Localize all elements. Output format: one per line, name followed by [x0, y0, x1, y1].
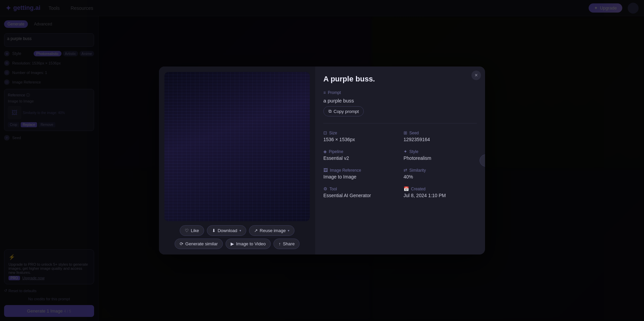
similarity-value: 40%	[404, 174, 477, 180]
pipeline-label: ◈ Pipeline	[323, 149, 397, 154]
modal-actions: ♡ Like ⬇ Download ▾ ↗ Reuse image ▾ ⟳ Ge…	[164, 225, 310, 249]
size-icon: ⊡	[323, 130, 327, 135]
image-reference-item: 🖼 Image Reference Image to Image	[323, 168, 397, 180]
created-label: 📅 Created	[404, 186, 477, 191]
generate-similar-button[interactable]: ⟳ Generate similar	[175, 239, 223, 249]
share-icon: ↑	[279, 241, 281, 246]
video-icon: ▶	[231, 241, 234, 246]
pipeline-item: ◈ Pipeline Essential v2	[323, 149, 397, 161]
size-item: ⊡ Size 1536 × 1536px	[323, 130, 397, 142]
modal-overlay: ×	[0, 0, 644, 321]
info-grid: ⊡ Size 1536 × 1536px ⊞ Seed 1292359164	[323, 130, 477, 198]
download-icon: ⬇	[212, 228, 216, 233]
download-chevron: ▾	[239, 229, 241, 232]
size-label: ⊡ Size	[323, 130, 397, 135]
style-label-info: ✦ Style	[404, 149, 477, 154]
reuse-chevron: ▾	[288, 229, 289, 232]
download-button[interactable]: ⬇ Download ▾	[207, 225, 246, 236]
similarity-item: ⇄ Similarity 40%	[404, 168, 477, 180]
modal-image-section: ♡ Like ⬇ Download ▾ ↗ Reuse image ▾ ⟳ Ge…	[159, 67, 315, 254]
divider-1	[323, 123, 477, 124]
tool-label: ⚙ Tool	[323, 186, 397, 191]
modal-close-button[interactable]: ×	[471, 71, 481, 80]
reuse-image-button[interactable]: ↗ Reuse image ▾	[249, 225, 295, 236]
pipeline-icon: ◈	[323, 149, 327, 154]
modal-info-section: A purple buss. ≡ Prompt a purple buss ⧉ …	[315, 67, 485, 254]
tool-item: ⚙ Tool Essential AI Generator	[323, 186, 397, 198]
similarity-label: ⇄ Similarity	[404, 168, 477, 173]
image-detail-modal: ×	[159, 67, 485, 254]
generate-similar-icon: ⟳	[180, 241, 183, 246]
calendar-icon: 📅	[404, 186, 409, 191]
reuse-icon: ↗	[254, 228, 258, 233]
modal-title: A purple buss.	[323, 75, 477, 83]
share-button[interactable]: ↑ Share	[273, 239, 300, 249]
keyboard-bg	[164, 72, 310, 221]
pipeline-value: Essential v2	[323, 155, 397, 161]
prompt-section: ≡ Prompt a purple buss ⧉ Copy prompt	[323, 90, 477, 116]
created-item: 📅 Created Jul 8, 2024 1:10 PM	[404, 186, 477, 198]
prompt-text: a purple buss	[323, 98, 477, 103]
size-value: 1536 × 1536px	[323, 137, 397, 142]
seed-icon: ⊞	[404, 130, 407, 135]
tool-icon: ⚙	[323, 186, 327, 191]
style-value: Photorealism	[404, 155, 477, 161]
style-icon-info: ✦	[404, 149, 407, 154]
prompt-label: ≡ Prompt	[323, 90, 477, 95]
prompt-icon: ≡	[323, 90, 326, 95]
seed-value: 1292359164	[404, 137, 477, 142]
image-reference-value: Image to Image	[323, 174, 397, 180]
like-button[interactable]: ♡ Like	[180, 225, 204, 236]
image-reference-icon: 🖼	[323, 168, 328, 173]
seed-item: ⊞ Seed 1292359164	[404, 130, 477, 142]
style-item: ✦ Style Photorealism	[404, 149, 477, 161]
bus-image	[164, 72, 310, 221]
image-reference-label: 🖼 Image Reference	[323, 168, 397, 173]
image-to-video-button[interactable]: ▶ Image to Video	[226, 239, 271, 249]
modal-image-container	[164, 72, 310, 221]
seed-label: ⊞ Seed	[404, 130, 477, 135]
like-icon: ♡	[185, 228, 189, 233]
similarity-icon: ⇄	[404, 168, 407, 173]
copy-icon: ⧉	[328, 109, 332, 114]
tool-value: Essential AI Generator	[323, 193, 397, 198]
copy-prompt-button[interactable]: ⧉ Copy prompt	[323, 106, 364, 116]
created-value: Jul 8, 2024 1:10 PM	[404, 193, 477, 198]
